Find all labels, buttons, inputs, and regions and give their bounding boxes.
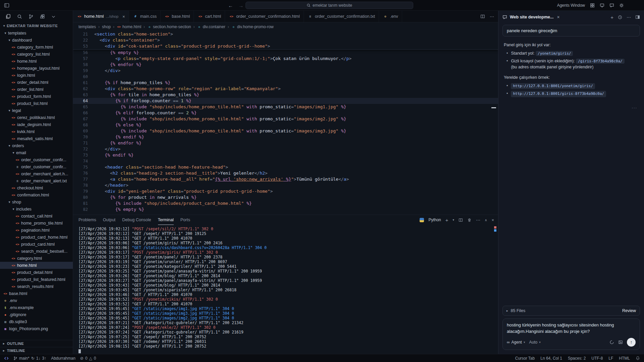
- send-button[interactable]: ↑: [627, 338, 636, 347]
- chat-icon[interactable]: [609, 3, 614, 8]
- tree-file-search_modal_bestsell...[interactable]: <>search_modal_bestsell...: [0, 248, 73, 255]
- tree-file-.gitignore[interactable]: ◆.gitignore: [0, 311, 73, 318]
- new-terminal-icon[interactable]: +: [445, 217, 448, 223]
- attach-image-icon[interactable]: [618, 340, 623, 345]
- tree-folder-legal[interactable]: ▾legal: [0, 107, 73, 114]
- tree-file-pagination.html[interactable]: <>pagination.html: [0, 227, 73, 234]
- tree-file-order_customer_confir...[interactable]: ≡order_customer_confir...: [0, 163, 73, 170]
- chat-input[interactable]: hosting türkiyenin hosting sağlayıcısı s…: [502, 318, 640, 350]
- code-line-69[interactable]: 69 {% include "shop/includes/home_promo_…: [73, 128, 498, 134]
- review-button[interactable]: Review: [622, 308, 636, 313]
- code-line-53[interactable]: 53 <div id="cok-satanlar" class="product…: [73, 43, 498, 49]
- code-line-57[interactable]: 57 <p class="empty-state card-panel" sty…: [73, 56, 498, 62]
- tree-file-order_detail.html[interactable]: <>order_detail.html: [0, 79, 73, 86]
- editor-tab-base.html[interactable]: <>base.html: [161, 11, 194, 22]
- inline-code[interactable]: /giris-8f73b4a98c0a/: [576, 59, 624, 64]
- panel-tab-Terminal[interactable]: Terminal: [158, 215, 174, 225]
- code-line-21[interactable]: 21<section class="home-section">: [73, 31, 498, 37]
- tree-file-home.html[interactable]: <>home.html: [0, 262, 73, 269]
- code-line-76[interactable]: 76 <h2 class="heading-2 section-head__ti…: [73, 170, 498, 176]
- tree-file-iade_degisim.html[interactable]: <>iade_degisim.html: [0, 121, 73, 128]
- editor-tab-order_customer_confirmation.txt[interactable]: ≡order_customer_confirmation.txt: [304, 11, 379, 22]
- code-line-66[interactable]: 66 {% elif forloop.counter == 2 %}: [73, 110, 498, 116]
- timeline-section[interactable]: ▸ TIMELINE: [0, 347, 73, 354]
- encoding-indicator[interactable]: UTF-8: [591, 356, 603, 361]
- breadcrumb-item[interactable]: <>home.html: [117, 24, 141, 29]
- trash-icon[interactable]: [467, 218, 472, 222]
- tree-file-home_promo_tile.html[interactable]: <>home_promo_tile.html: [0, 220, 73, 227]
- editor-tab-home.html[interactable]: <>home.html.../shop×: [73, 11, 129, 22]
- editor-tab-cart.html[interactable]: <>cart.html: [194, 11, 225, 22]
- tree-folder-email[interactable]: ▾email: [0, 149, 73, 156]
- explorer-section-header[interactable]: ▾ EMEKTAR TARIM WEBSITE: [0, 22, 73, 29]
- window-layout-icon[interactable]: [4, 3, 9, 8]
- cursor-position[interactable]: Ln 64, Col 1: [540, 356, 562, 361]
- code-line-64[interactable]: 64 {% if forloop.counter == 1 %}: [73, 98, 498, 104]
- agent-mode-selector[interactable]: ∞ Agent ▾: [507, 340, 525, 345]
- code-line-63[interactable]: 63 {% for tile in home_promo_tiles %}: [73, 92, 498, 98]
- code-line-56[interactable]: 56 {% empty %}: [73, 50, 498, 56]
- tree-file-confirmation.html[interactable]: <>confirmation.html: [0, 191, 73, 198]
- code-line-71[interactable]: 71 {% endfor %}: [73, 140, 498, 146]
- tree-file-order_merchant_alert.h...[interactable]: <>order_merchant_alert.h...: [0, 170, 73, 177]
- terminal-profile-dropdown-icon[interactable]: ▾: [453, 218, 454, 222]
- tree-file-product_detail.html[interactable]: <>product_detail.html: [0, 269, 73, 276]
- tree-folder-shop[interactable]: ▾shop: [0, 198, 73, 205]
- tree-folder-includes[interactable]: ▾includes: [0, 205, 73, 213]
- tree-file-login.html[interactable]: <>login.html: [0, 72, 73, 79]
- global-search-input[interactable]: emektar tarım website: [246, 2, 413, 9]
- terminal-output[interactable]: [27/Apr/2026 19:02:12] "POST /sepet/sil/…: [73, 225, 498, 353]
- editor-tab-.env[interactable]: ⚙.env: [379, 11, 402, 22]
- tree-file-product_card.html[interactable]: <>product_card.html: [0, 241, 73, 248]
- code-line-68[interactable]: 68 {% else %}: [73, 122, 498, 128]
- outline-section[interactable]: ▸ OUTLINE: [0, 340, 73, 347]
- tree-file-contact_call.html[interactable]: <>contact_call.html: [0, 213, 73, 220]
- tree-file-base.html[interactable]: <>base.html: [0, 290, 73, 297]
- nav-back-icon[interactable]: ←: [228, 3, 233, 8]
- panel-tab-Debug Console[interactable]: Debug Console: [122, 215, 151, 225]
- code-line-22[interactable]: 22 <div class="container">: [73, 37, 498, 43]
- user-message[interactable]: panele nereden gireceğim: [502, 25, 640, 37]
- new-chat-icon[interactable]: +: [610, 14, 613, 20]
- breadcrumb-item[interactable]: templates: [78, 24, 96, 29]
- tree-file-order_merchant_alert.txt[interactable]: ≡order_merchant_alert.txt: [0, 177, 73, 184]
- bell-icon[interactable]: [636, 356, 640, 360]
- search-view-icon[interactable]: [17, 14, 22, 19]
- nav-forward-icon[interactable]: →: [238, 3, 244, 8]
- breadcrumb-item[interactable]: ◇div.container: [197, 24, 225, 29]
- tree-file-home.html[interactable]: <>home.html: [0, 58, 73, 65]
- code-line-62[interactable]: 62 <div class="home-promo-row" role="reg…: [73, 86, 498, 92]
- code-line-61[interactable]: 61 {% if home_promo_tiles %}: [73, 80, 498, 86]
- panel-tab-Problems[interactable]: Problems: [78, 215, 96, 225]
- monitor-icon[interactable]: [600, 3, 604, 8]
- tree-file-checkout.html[interactable]: <>checkout.html: [0, 184, 73, 191]
- files-changed-bar[interactable]: ▸ 85 Files Review: [502, 306, 640, 316]
- inline-code[interactable]: /yonetim/giris/: [536, 51, 573, 56]
- more-actions-icon[interactable]: ⋯: [490, 14, 494, 19]
- tree-file-.env[interactable]: ⚙.env: [0, 297, 73, 304]
- code-line-73[interactable]: 73 {% endif %}: [73, 152, 498, 158]
- code-line-81[interactable]: 81 {% include "shop/includes/product_car…: [73, 200, 498, 206]
- code-line-65[interactable]: 65 {% include "shop/includes/home_promo_…: [73, 104, 498, 110]
- close-chat-tab-icon[interactable]: ×: [557, 14, 559, 20]
- breadcrumb-item[interactable]: ◇div.home-promo-row: [231, 24, 274, 29]
- tree-file-order_list.html[interactable]: <>order_list.html: [0, 86, 73, 93]
- code-line-67[interactable]: 67 {% include "shop/includes/home_promo_…: [73, 116, 498, 122]
- breadcrumb-item[interactable]: ◇section.home-section: [147, 24, 191, 29]
- code-line-80[interactable]: 80 {% for product in new_arrivals %}: [73, 194, 498, 200]
- panel-tab-Ports[interactable]: Ports: [180, 215, 190, 225]
- inline-code-url[interactable]: http://127.0.0.1:8001/yonetim/giris/: [511, 83, 595, 89]
- close-panel-icon[interactable]: ×: [491, 218, 494, 223]
- code-line-78[interactable]: 78 </header>: [73, 182, 498, 188]
- secondary-sidebar-toggle-icon[interactable]: [635, 15, 640, 19]
- cursor-tab-indicator[interactable]: Cursor Tab: [515, 356, 535, 361]
- editor-tab-order_customer_confirmation.html[interactable]: <>order_customer_confirmation.html: [225, 11, 304, 22]
- code-line-77[interactable]: 77 <a class="home-feature-head__all" hre…: [73, 176, 498, 182]
- tree-file-homepage_layout.html[interactable]: <>homepage_layout.html: [0, 65, 73, 72]
- shell-label[interactable]: Python: [428, 218, 441, 222]
- language-mode[interactable]: HTML: [619, 356, 630, 361]
- tree-file-category_form.html[interactable]: <>category_form.html: [0, 44, 73, 51]
- code-editor[interactable]: 21<section class="home-section">22 <div …: [73, 31, 498, 215]
- split-terminal-icon[interactable]: [459, 218, 463, 222]
- response-more-indicator[interactable]: ...: [504, 104, 639, 110]
